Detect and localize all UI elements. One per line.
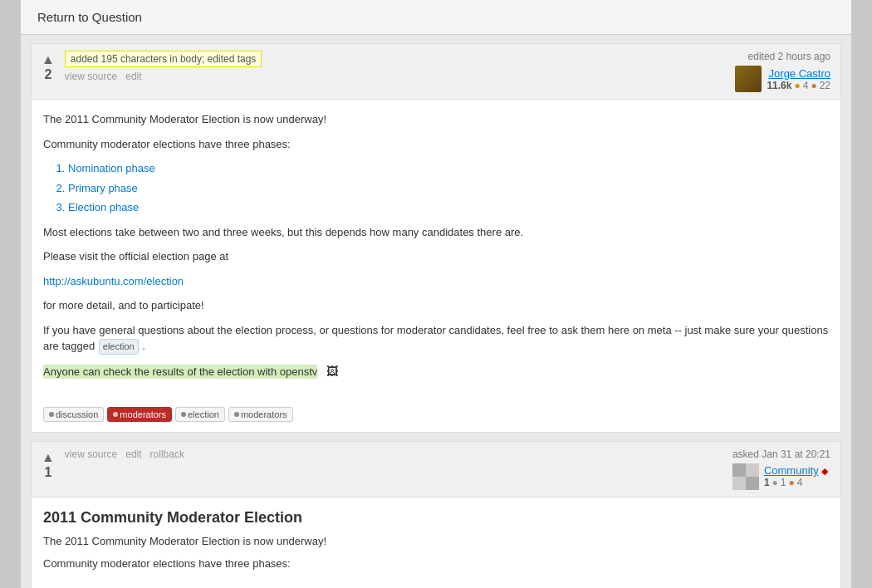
return-bar: Return to Question [21,0,851,35]
revision-bar-2: ▲ 1 view source edit rollback asked Jan … [32,442,840,497]
vote-count-2: 1 [44,465,51,480]
silver-badge-icon-2: ● [772,477,778,488]
vote-up-arrow-1[interactable]: ▲ [42,52,55,67]
editor-name-1[interactable]: Jorge Castro [769,67,830,80]
tag-moderators2[interactable]: moderators [228,407,293,422]
tag-label-election: election [188,409,219,419]
bronze-badge-count-1: 22 [820,80,830,91]
tag-label-discussion: discussion [56,409,98,419]
phase-3: Election phase [68,199,829,216]
tag-dot-moderators2 [234,412,239,417]
post-tags-1: discussion moderators election moderator… [32,400,840,432]
revision-left-1: ▲ 2 added 195 characters in body; edited… [42,51,262,82]
diamond-icon: ◆ [821,466,828,476]
editor-info-2: Community ◆ 1 ● 1 ● 4 [732,463,830,490]
avatar-quad-3 [732,477,746,490]
view-source-link-1[interactable]: view source [65,71,117,82]
gold-badge-icon-1: ● [794,80,800,91]
revision-bar-1: ▲ 2 added 195 characters in body; edited… [32,44,840,100]
revision-left-2: ▲ 1 view source edit rollback [42,448,184,480]
edit-link-2[interactable]: edit [125,448,141,460]
vote-up-arrow-2[interactable]: ▲ [42,450,55,465]
page-wrapper: Return to Question ▲ 2 added 195 charact… [21,0,851,588]
community-avatar [732,463,759,490]
view-source-link-2[interactable]: view source [65,448,117,460]
post-2-line2: Community moderator elections have three… [43,556,829,572]
highlight-text: Anyone can check the results of the elec… [43,365,317,379]
phases-list: Nomination phase Primary phase Election … [68,160,829,216]
post-content-1: The 2011 Community Moderator Election is… [32,100,840,400]
edit-link-1[interactable]: edit [125,71,141,82]
editor-badges-1: 11.6k ● 4 ● 22 [767,80,830,91]
revision-links-1: view source edit [65,71,262,82]
revision-right-2: asked Jan 31 at 20:21 Community [732,448,830,490]
editor-avatar-1 [735,66,762,92]
author-name-2[interactable]: Community [764,464,819,477]
content-line3: Most elections take between two and thre… [43,224,829,241]
election-link[interactable]: http://askubuntu.com/election [43,275,184,287]
editor-avatar-img-1 [735,66,762,92]
phase-2: Primary phase [68,180,829,197]
content-line4: Please visit the official election page … [43,248,829,265]
tag-dot-moderators [113,412,118,417]
tag-discussion[interactable]: discussion [43,407,104,422]
post-2-title: 2011 Community Moderator Election [43,509,829,527]
phase-1: Nomination phase [68,160,829,177]
highlight-line: Anyone can check the results of the elec… [43,363,829,380]
openstv-icon: 🖼 [326,365,338,378]
revision-links-2: view source edit rollback [65,448,184,460]
vote-section-1: ▲ 2 [42,51,55,82]
edited-label-1: edited 2 hours ago [748,51,830,62]
tag-label-moderators: moderators [120,409,166,419]
tag-label-moderators2: moderators [241,409,287,419]
avatar-quad-4 [746,477,759,490]
editor-info-1: Jorge Castro 11.6k ● 4 ● 22 [735,66,830,92]
post-content-2: 2011 Community Moderator Election The 20… [32,497,840,589]
tag-dot-election [181,412,186,417]
editor-details-1: Jorge Castro 11.6k ● 4 ● 22 [767,67,830,91]
post-2-line1: The 2011 Community Moderator Election is… [43,533,829,550]
community-avatar-inner [732,463,759,490]
editor-rep-1: 11.6k [767,80,791,91]
avatar-quad-2 [746,463,759,477]
tag-election[interactable]: election [175,407,225,422]
bronze-badge-count-2: 4 [797,477,803,488]
author-badges-2: 1 ● 1 ● 4 [764,477,828,488]
revision-info-1: added 195 characters in body; edited tag… [65,51,262,82]
bronze-badge-icon-2: ● [789,477,795,488]
return-to-question-link[interactable]: Return to Question [37,10,142,24]
tag-moderators[interactable]: moderators [107,407,172,422]
content-line2: Community moderator elections have three… [43,136,829,153]
content-line6: If you have general questions about the … [43,322,829,355]
bronze-badge-icon-1: ● [811,80,816,91]
content-line1: The 2011 Community Moderator Election is… [43,111,829,128]
author-details-2: Community ◆ 1 ● 1 ● 4 [764,464,828,488]
post-2-container: ▲ 1 view source edit rollback asked Jan … [31,441,841,589]
revision-links-span-2: view source edit rollback [65,448,184,460]
tag-inline-election: election [99,339,139,355]
gold-badge-count-1: 4 [803,80,809,91]
rollback-link-2[interactable]: rollback [150,448,184,460]
author-rep-2: 1 [764,477,770,488]
silver-badge-count-2: 1 [781,477,786,488]
tag-dot-discussion [49,412,54,417]
vote-section-2: ▲ 1 [42,448,55,480]
post-1-container: ▲ 2 added 195 characters in body; edited… [31,43,841,433]
content-line5: for more detail, and to participate! [43,297,829,314]
vote-count-1: 2 [44,67,51,82]
avatar-quad-1 [732,463,746,477]
revision-highlight-1: added 195 characters in body; edited tag… [65,51,262,67]
asked-label-2: asked Jan 31 at 20:21 [732,448,830,460]
revision-right-1: edited 2 hours ago Jorge Castro 11.6k ● … [735,51,830,92]
